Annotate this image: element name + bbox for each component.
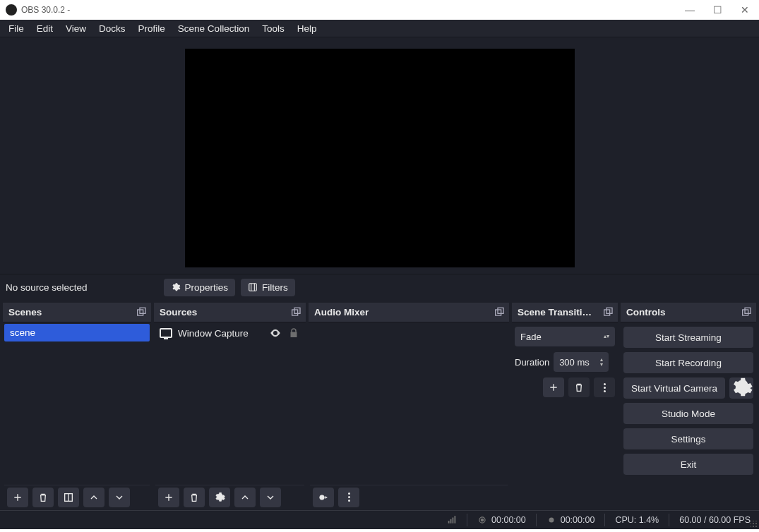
move-source-down-button[interactable]	[260, 488, 281, 507]
settings-button[interactable]: Settings	[623, 428, 753, 449]
rec-time-value: 00:00:00	[561, 515, 595, 525]
resize-grip[interactable]	[751, 521, 758, 528]
svg-point-22	[549, 518, 554, 523]
duration-label: Duration	[515, 357, 549, 368]
remove-source-button[interactable]	[184, 488, 205, 507]
move-source-up-button[interactable]	[234, 488, 256, 507]
sources-header[interactable]: Sources	[154, 303, 306, 322]
svg-rect-17	[450, 519, 452, 524]
window-title: OBS 30.0.2 -	[21, 5, 70, 15]
scene-filters-button[interactable]	[58, 488, 79, 507]
close-button[interactable]: ✕	[741, 4, 749, 16]
record-icon	[546, 515, 556, 525]
svg-rect-9	[496, 310, 501, 315]
menu-tools[interactable]: Tools	[256, 21, 290, 36]
sources-dock: Sources Window Capture	[154, 303, 306, 510]
filter-list-icon	[63, 492, 74, 503]
popout-icon[interactable]	[741, 307, 752, 318]
window-capture-icon	[160, 328, 172, 338]
properties-button[interactable]: Properties	[164, 279, 236, 296]
trash-icon	[573, 382, 585, 393]
filters-button[interactable]: Filters	[241, 279, 295, 296]
sources-toolbar	[155, 485, 304, 509]
mixer-header[interactable]: Audio Mixer	[309, 303, 509, 322]
no-source-label: No source selected	[6, 282, 88, 293]
status-bar: 00:00:00 00:00:00 CPU: 1.4% 60.00 / 60.0…	[0, 510, 759, 529]
duration-spinner[interactable]: 300 ms ▴▾	[554, 352, 609, 372]
gear-icon	[729, 376, 753, 400]
menu-file[interactable]: File	[3, 21, 30, 36]
move-scene-down-button[interactable]	[109, 488, 130, 507]
start-streaming-button[interactable]: Start Streaming	[623, 327, 753, 348]
preview-canvas[interactable]	[185, 49, 575, 267]
lock-toggle[interactable]	[287, 327, 300, 339]
controls-dock: Controls Start Streaming Start Recording…	[621, 303, 756, 510]
mixer-advanced-button[interactable]	[313, 488, 334, 507]
svg-rect-12	[604, 310, 610, 315]
docks-container: Scenes scene Sources W	[0, 300, 759, 510]
trash-icon	[189, 492, 200, 503]
menu-edit[interactable]: Edit	[31, 21, 59, 36]
add-transition-button[interactable]	[543, 377, 564, 397]
svg-rect-16	[448, 521, 450, 524]
chevron-down-icon	[265, 492, 276, 503]
transition-select[interactable]: Fade ▴▾	[515, 327, 615, 346]
mixer-title: Audio Mixer	[314, 307, 369, 318]
svg-point-11	[320, 495, 325, 500]
gear-icon	[171, 282, 181, 292]
controls-header[interactable]: Controls	[621, 303, 756, 322]
exit-button[interactable]: Exit	[623, 454, 753, 475]
transition-select-value: Fade	[520, 332, 542, 342]
remove-scene-button[interactable]	[32, 488, 54, 507]
scenes-header[interactable]: Scenes	[3, 303, 151, 322]
properties-button-label: Properties	[185, 282, 229, 293]
studio-mode-button[interactable]: Studio Mode	[623, 403, 753, 424]
mixer-toolbar	[310, 485, 508, 509]
add-scene-button[interactable]	[7, 488, 28, 507]
trash-icon	[37, 492, 49, 503]
scene-item[interactable]: scene	[4, 324, 150, 341]
popout-icon[interactable]	[290, 307, 301, 318]
signal-icon	[447, 515, 457, 525]
visibility-toggle[interactable]	[269, 327, 282, 339]
source-properties-button[interactable]	[209, 488, 230, 507]
source-item[interactable]: Window Capture	[155, 324, 304, 342]
svg-rect-3	[138, 310, 143, 315]
svg-rect-0	[249, 284, 257, 291]
gear-icon	[214, 492, 225, 503]
start-virtual-camera-button[interactable]: Start Virtual Camera	[623, 377, 725, 399]
source-item-label: Window Capture	[178, 328, 263, 339]
filters-button-label: Filters	[262, 282, 288, 293]
menu-scene-collection[interactable]: Scene Collection	[172, 21, 255, 36]
audio-mixer-dock: Audio Mixer	[309, 303, 509, 510]
chevron-down-icon	[114, 492, 125, 503]
start-recording-button[interactable]: Start Recording	[623, 352, 753, 373]
transition-menu-button[interactable]	[594, 377, 615, 397]
move-scene-up-button[interactable]	[83, 488, 104, 507]
menu-bar: File Edit View Docks Profile Scene Colle…	[0, 20, 759, 37]
chevron-up-icon	[239, 492, 251, 503]
popout-icon[interactable]	[494, 307, 505, 318]
popout-icon[interactable]	[136, 307, 147, 318]
plus-icon	[548, 382, 559, 393]
transitions-header[interactable]: Scene Transiti…	[512, 303, 618, 322]
mixer-menu-button[interactable]	[338, 488, 359, 507]
menu-profile[interactable]: Profile	[133, 21, 171, 36]
title-bar: OBS 30.0.2 - — ☐ ✕	[0, 0, 759, 20]
add-source-button[interactable]	[158, 488, 179, 507]
menu-help[interactable]: Help	[292, 21, 323, 36]
cpu-usage: CPU: 1.4%	[612, 515, 662, 525]
duration-value: 300 ms	[559, 357, 590, 368]
popout-icon[interactable]	[602, 307, 614, 318]
filters-icon	[248, 282, 258, 292]
transitions-title: Scene Transiti…	[518, 307, 592, 318]
scenes-toolbar	[4, 485, 150, 509]
menu-docks[interactable]: Docks	[93, 21, 131, 36]
minimize-button[interactable]: —	[685, 4, 695, 16]
maximize-button[interactable]: ☐	[713, 4, 722, 16]
menu-view[interactable]: View	[60, 21, 92, 36]
virtual-camera-settings-button[interactable]	[729, 377, 753, 399]
kebab-icon	[604, 383, 606, 392]
remove-transition-button[interactable]	[568, 377, 590, 397]
scenes-title: Scenes	[8, 307, 42, 318]
